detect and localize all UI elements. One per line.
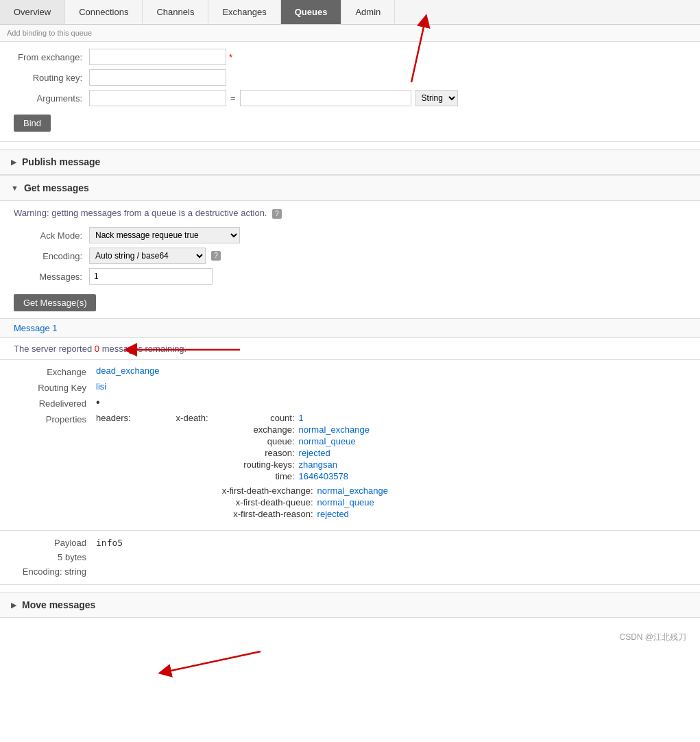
- ack-mode-label: Ack Mode:: [14, 230, 89, 241]
- nav-channels[interactable]: Channels: [143, 0, 208, 24]
- get-messages-arrow: ▼: [11, 184, 19, 192]
- properties-block: headers: x-death: count: 1: [96, 413, 388, 520]
- get-messages-section: Warning: getting messages from a queue i…: [0, 201, 700, 319]
- payload-encoding: Encoding: string: [14, 565, 86, 579]
- message-1-link[interactable]: Message 1: [14, 323, 58, 333]
- payload-labels: Payload 5 bytes Encoding: string: [14, 536, 96, 579]
- move-messages-arrow: ▶: [11, 601, 16, 610]
- payload-section: Payload 5 bytes Encoding: string info5: [0, 531, 700, 585]
- queue-key: queue:: [226, 436, 295, 446]
- nav-connections[interactable]: Connections: [65, 0, 143, 24]
- footer: CSDN @江北残刀: [0, 618, 700, 650]
- get-messages-title: Get messages: [24, 182, 89, 193]
- warning-text: Warning: getting messages from a queue i…: [14, 208, 686, 219]
- message-detail: Exchange dead_exchange Routing Key lisi …: [0, 360, 700, 531]
- time-key: time:: [226, 471, 295, 481]
- publish-message-section[interactable]: ▶ Publish message: [0, 149, 700, 175]
- x-first-death-reason-val: rejected: [317, 509, 349, 519]
- encoding-select[interactable]: Auto string / base64: [89, 248, 206, 264]
- from-exchange-label: From exchange:: [14, 52, 89, 62]
- server-reported-text: The server reported 0 messages remaining…: [0, 338, 700, 360]
- reason-val: rejected: [299, 448, 330, 458]
- payload-value: info5: [96, 536, 123, 548]
- routing-key-label: Routing key:: [14, 73, 89, 83]
- headers-key: headers:: [96, 413, 131, 423]
- svg-line-2: [165, 651, 261, 672]
- exchange-label: Exchange: [14, 366, 96, 377]
- x-first-death-reason-key: x-first-death-reason:: [176, 509, 313, 519]
- equals-sign: =: [230, 93, 236, 104]
- reason-key: reason:: [226, 448, 295, 458]
- x-first-death-queue-key: x-first-death-queue:: [176, 497, 313, 507]
- exchange-prop-key: exchange:: [226, 424, 295, 435]
- publish-collapse-arrow: ▶: [11, 158, 16, 167]
- from-exchange-input[interactable]: [89, 49, 226, 65]
- redelivered-value: •: [96, 397, 100, 408]
- remaining-count: 0: [95, 344, 99, 354]
- encoding-label: Encoding:: [14, 251, 89, 261]
- payload-size: 5 bytes: [14, 551, 86, 565]
- count-key: count:: [226, 413, 295, 423]
- exchange-value: dead_exchange: [96, 366, 160, 376]
- nav-bar: Overview Connections Channels Exchanges …: [0, 0, 700, 25]
- routing-key-detail-value: lisi: [96, 381, 106, 392]
- message-result-header: Message 1: [0, 319, 700, 338]
- redelivered-label: Redelivered: [14, 397, 96, 409]
- move-messages-section[interactable]: ▶ Move messages: [0, 592, 700, 618]
- nav-exchanges[interactable]: Exchanges: [208, 0, 280, 24]
- arguments-label: Arguments:: [14, 93, 89, 104]
- nav-queues[interactable]: Queues: [281, 0, 342, 24]
- move-messages-title: Move messages: [22, 599, 95, 610]
- arguments-key-input[interactable]: [89, 90, 226, 106]
- routing-keys-key: routing-keys:: [226, 459, 295, 470]
- get-messages-button[interactable]: Get Message(s): [14, 294, 96, 311]
- count-val: 1: [299, 413, 304, 423]
- required-star: *: [229, 52, 232, 62]
- nav-admin[interactable]: Admin: [341, 0, 395, 24]
- queue-val: normal_queue: [299, 436, 356, 446]
- x-first-death-exchange-val: normal_exchange: [317, 486, 388, 496]
- arguments-type-select[interactable]: String: [415, 90, 458, 106]
- routing-keys-val: zhangsan: [299, 459, 337, 470]
- payload-label: Payload: [14, 536, 86, 551]
- routing-key-input[interactable]: [89, 69, 226, 86]
- nav-overview[interactable]: Overview: [0, 0, 65, 24]
- publish-message-title: Publish message: [22, 156, 100, 167]
- time-val: 1646403578: [299, 471, 348, 481]
- exchange-prop-val: normal_exchange: [299, 424, 370, 435]
- ack-mode-select[interactable]: Nack message requeue true: [89, 227, 240, 243]
- arguments-value-input[interactable]: [240, 90, 411, 106]
- add-binding-label: Add binding to this queue: [0, 25, 700, 42]
- encoding-help-badge[interactable]: ?: [211, 251, 221, 261]
- add-binding-form: From exchange: * Routing key: Arguments:…: [0, 42, 700, 142]
- routing-key-detail-label: Routing Key: [14, 381, 96, 393]
- bind-button[interactable]: Bind: [14, 115, 51, 132]
- properties-label: Properties: [14, 413, 96, 424]
- messages-input[interactable]: 1: [89, 268, 213, 285]
- x-death-key: x-death:: [176, 413, 208, 423]
- warning-help-badge[interactable]: ?: [272, 209, 282, 219]
- messages-label: Messages:: [14, 272, 89, 282]
- x-first-death-queue-val: normal_queue: [317, 497, 374, 507]
- get-messages-header[interactable]: ▼ Get messages: [0, 175, 700, 201]
- x-first-death-exchange-key: x-first-death-exchange:: [176, 486, 313, 496]
